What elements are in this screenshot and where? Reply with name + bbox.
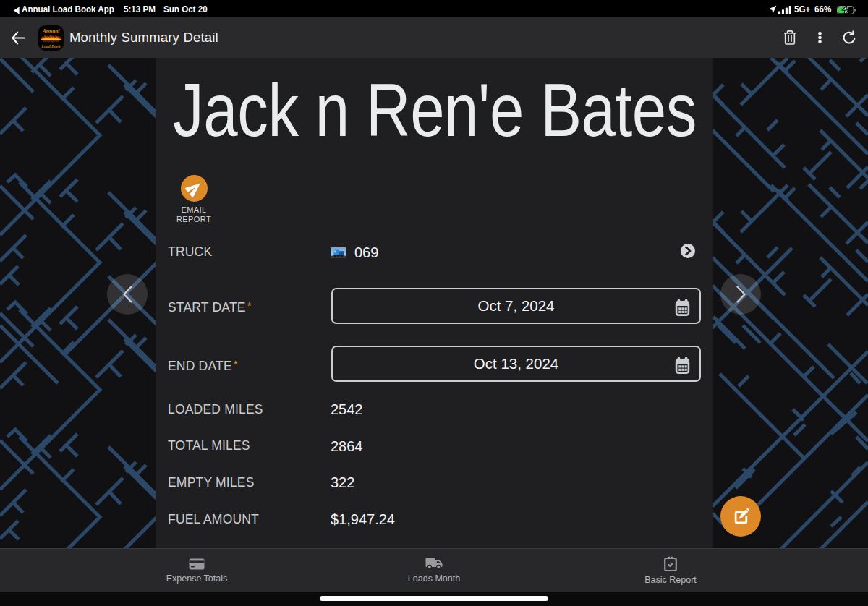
total-miles-label: TOTAL MILES [168,438,250,453]
nav-basic-report[interactable]: Basic Report [613,549,728,592]
overflow-menu-button[interactable] [807,17,833,58]
home-area [0,592,868,606]
empty-miles-value: 322 [331,474,354,491]
record-title: Jack n Ren'e Bates [167,72,703,149]
calendar-icon [675,357,690,377]
main-content: Jack n Ren'e Bates EMAIL REPORT TRUCK [0,58,868,548]
status-date: Sun Oct 20 [163,4,208,14]
end-date-input[interactable]: Oct 13, 2024 [331,346,701,382]
start-date-input[interactable]: Oct 7, 2024 [331,288,701,324]
refresh-button[interactable] [836,17,862,58]
nav-label: Loads Month [408,573,460,584]
battery-icon [837,4,856,17]
credit-card-icon [189,558,205,570]
clipboard-check-icon [664,556,677,571]
truck-chevron-button[interactable] [681,244,695,258]
chevron-left-icon [123,286,132,303]
email-report-label-line2: REPORT [158,215,230,224]
nav-label: Expense Totals [166,573,228,584]
fuel-amount-value: $1,947.24 [331,511,395,528]
edit-fab[interactable] [720,496,761,537]
back-arrow-icon [12,31,25,45]
total-miles-value: 2864 [331,438,363,455]
required-asterisk: * [247,299,252,312]
loaded-miles-value: 2542 [331,401,363,418]
fuel-amount-label: FUEL AMOUNT [168,512,259,527]
email-circle [181,175,208,202]
app-logo-bottom-text: Load Book [41,44,60,48]
end-date-value: Oct 13, 2024 [474,355,558,372]
end-date-label: END DATE* [168,358,238,374]
truck-photo [331,247,346,258]
detail-panel: Jack n Ren'e Bates EMAIL REPORT TRUCK [156,58,713,548]
truck-value[interactable]: 069 [331,244,378,261]
back-to-app-icon[interactable] [13,4,20,17]
calendar-icon [675,299,690,319]
app-logo-top-text: Annual [42,28,61,35]
home-indicator[interactable] [320,596,548,601]
start-date-label: START DATE* [168,299,252,315]
status-bar: Annual Load Book App 5:13 PM Sun Oct 20 … [0,0,868,17]
refresh-icon [842,30,856,45]
required-asterisk: * [234,358,238,370]
page-title: Monthly Summary Detail [69,17,218,58]
chevron-right-icon [736,286,746,303]
next-record-button[interactable] [720,274,761,315]
previous-record-button[interactable] [107,274,148,315]
trash-icon [783,30,796,45]
bottom-nav: Expense Totals Loads Month Basic Report [0,548,868,592]
screen: Annual Load Book App 5:13 PM Sun Oct 20 … [0,0,868,606]
app-logo: Annual Load Book [38,25,64,51]
email-report-button[interactable]: EMAIL REPORT [158,175,230,223]
location-arrow-icon [768,4,777,17]
app-bar: Annual Load Book Monthly Summary Detail [0,17,868,58]
email-report-label-line1: EMAIL [158,205,230,215]
nav-label: Basic Report [644,575,697,585]
truck-label: TRUCK [168,244,212,260]
back-arrow-button[interactable] [12,31,25,44]
truck-number: 069 [354,244,378,261]
start-date-label-text: START DATE [168,300,246,315]
signal-bars-icon [778,4,791,17]
status-time: 5:13 PM [124,4,156,14]
email-report-label: EMAIL REPORT [158,205,230,223]
status-back-app-label[interactable]: Annual Load Book App [22,4,114,14]
truck-icon [425,558,443,570]
three-dots-icon [818,32,822,43]
nav-expense-totals[interactable]: Expense Totals [139,549,255,592]
end-date-label-text: END DATE [168,359,232,373]
edit-icon [731,507,751,526]
battery-percent: 66% [814,4,831,14]
nav-loads-month[interactable]: Loads Month [376,549,492,592]
loaded-miles-label: LOADED MILES [168,402,263,417]
network-type: 5G+ [794,4,810,14]
delete-button[interactable] [777,17,803,58]
chevron-right-icon [685,247,692,255]
start-date-value: Oct 7, 2024 [478,297,555,315]
send-icon [185,179,203,197]
empty-miles-label: EMPTY MILES [168,475,255,490]
